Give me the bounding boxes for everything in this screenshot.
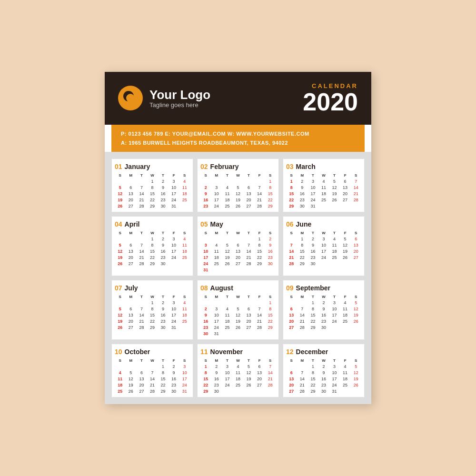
calendar-day: 31 bbox=[307, 203, 318, 209]
calendar-day: 17 bbox=[222, 376, 233, 382]
calendar-day: 23 bbox=[211, 382, 222, 388]
calendar-day: 16 bbox=[200, 318, 211, 324]
calendar-day: 18 bbox=[222, 318, 233, 324]
calendar-day: 24 bbox=[307, 197, 318, 203]
calendar-day bbox=[222, 388, 233, 394]
calendar-day: 21 bbox=[297, 382, 308, 388]
calendar-day: 28 bbox=[297, 388, 308, 394]
calendar-year: 2020 bbox=[303, 89, 358, 114]
calendar-day: 30 bbox=[318, 324, 329, 330]
calendar-day bbox=[147, 363, 158, 369]
calendar-day: 13 bbox=[254, 369, 265, 376]
calendar-day bbox=[350, 260, 361, 267]
calendar-day: 30 bbox=[265, 260, 276, 267]
calendar-day: 31 bbox=[169, 203, 179, 209]
calendar-day: 19 bbox=[126, 382, 137, 388]
calendar-grid: SMTWTFS123456789101112131415161718192021… bbox=[115, 173, 190, 209]
calendar-day: 11 bbox=[329, 242, 340, 248]
calendar-day: 15 bbox=[307, 312, 318, 318]
month-num: 10 bbox=[115, 348, 122, 356]
calendar-day: 14 bbox=[254, 312, 265, 318]
calendar-day: 19 bbox=[340, 248, 351, 254]
calendar-day: 13 bbox=[126, 248, 137, 254]
calendar-day: 7 bbox=[136, 184, 147, 190]
calendar-grid: SMTWTFS123456789101112131415161718192021… bbox=[200, 173, 276, 209]
calendar-day: 9 bbox=[158, 242, 169, 248]
calendar-day: 7 bbox=[243, 242, 254, 248]
calendar-day: 6 bbox=[233, 242, 244, 248]
calendar-day: 30 bbox=[211, 388, 222, 394]
calendar-day: 4 bbox=[211, 242, 222, 248]
calendar-day: 21 bbox=[350, 190, 361, 197]
calendar-day: 25 bbox=[222, 203, 233, 209]
calendar-day: 19 bbox=[115, 197, 126, 203]
month-num: 07 bbox=[115, 284, 122, 292]
calendar-day: 5 bbox=[115, 184, 126, 190]
calendar-day: 21 bbox=[286, 254, 297, 260]
calendar-grid: SMTWTFS123456789101112131415161718192021… bbox=[200, 358, 276, 394]
month-block: 06JuneSMTWTFS123456789101112131415161718… bbox=[283, 216, 365, 276]
calendar-day: 21 bbox=[254, 197, 265, 203]
calendar-day: 17 bbox=[329, 376, 340, 382]
month-block: 08AugustSMTWTFS1234567891011121314151617… bbox=[197, 280, 279, 340]
calendar-day: 10 bbox=[179, 369, 190, 376]
calendar-day: 19 bbox=[329, 190, 340, 197]
calendar-day: 12 bbox=[115, 190, 126, 197]
calendar-day: 15 bbox=[265, 312, 276, 318]
calendar-day: 19 bbox=[233, 318, 244, 324]
calendar-day: 29 bbox=[147, 260, 158, 267]
calendar-day: 15 bbox=[297, 248, 308, 254]
calendar-day: 6 bbox=[126, 242, 137, 248]
calendar-day bbox=[340, 260, 351, 267]
calendar-day: 17 bbox=[211, 318, 222, 324]
calendar-day: 14 bbox=[286, 248, 297, 254]
calendar-day: 18 bbox=[179, 190, 190, 197]
calendar-day: 22 bbox=[307, 318, 318, 324]
calendar-day bbox=[233, 330, 244, 337]
info-line1: P: 0123 456 789 E: YOUR@EMAIL.COM W: WWW… bbox=[121, 129, 355, 139]
calendar-day: 3 bbox=[318, 236, 329, 242]
calendar-day: 18 bbox=[179, 248, 190, 254]
calendar-day: 18 bbox=[340, 376, 351, 382]
calendar-day bbox=[297, 299, 308, 306]
calendar-day: 3 bbox=[200, 242, 211, 248]
calendar-day bbox=[200, 236, 211, 242]
calendar-day: 13 bbox=[136, 376, 147, 382]
calendar-day: 29 bbox=[307, 388, 318, 394]
calendar-day: 5 bbox=[340, 236, 351, 242]
month-num: 04 bbox=[115, 220, 122, 228]
calendar-day: 10 bbox=[211, 190, 222, 197]
calendar-day: 9 bbox=[200, 312, 211, 318]
calendar-day: 3 bbox=[211, 306, 222, 312]
calendar-day bbox=[318, 203, 329, 209]
calendar-day: 24 bbox=[222, 382, 233, 388]
calendar-day: 11 bbox=[211, 248, 222, 254]
calendar-day: 23 bbox=[265, 254, 276, 260]
calendar-day: 9 bbox=[318, 369, 329, 376]
calendar-day: 28 bbox=[265, 382, 276, 388]
calendar-day: 26 bbox=[233, 324, 244, 330]
calendar-day: 27 bbox=[243, 203, 254, 209]
month-block: 07JulySMTWTFS123456789101112131415161718… bbox=[111, 280, 193, 340]
calendar-day: 1 bbox=[200, 363, 211, 369]
month-name: June bbox=[296, 220, 312, 228]
calendar-day bbox=[126, 178, 137, 184]
logo-icon bbox=[118, 86, 143, 110]
calendar-day: 31 bbox=[329, 388, 340, 394]
calendar-day: 28 bbox=[136, 324, 147, 330]
calendar-grid: SMTWTFS123456789101112131415161718192021… bbox=[200, 294, 276, 337]
calendar-day bbox=[265, 267, 276, 273]
calendar-day: 2 bbox=[158, 299, 169, 306]
calendar-day: 22 bbox=[286, 197, 297, 203]
month-name: July bbox=[125, 284, 138, 292]
calendar-day: 2 bbox=[307, 236, 318, 242]
month-name: April bbox=[125, 220, 140, 228]
calendar-day: 3 bbox=[169, 178, 179, 184]
calendar-day: 24 bbox=[200, 260, 211, 267]
calendar-day: 27 bbox=[340, 197, 351, 203]
calendar-grid: SMTWTFS123456789101112131415161718192021… bbox=[286, 230, 361, 267]
calendar-day: 1 bbox=[254, 236, 265, 242]
calendar-day: 1 bbox=[307, 299, 318, 306]
calendar-day: 10 bbox=[200, 248, 211, 254]
calendar-day: 5 bbox=[350, 299, 361, 306]
